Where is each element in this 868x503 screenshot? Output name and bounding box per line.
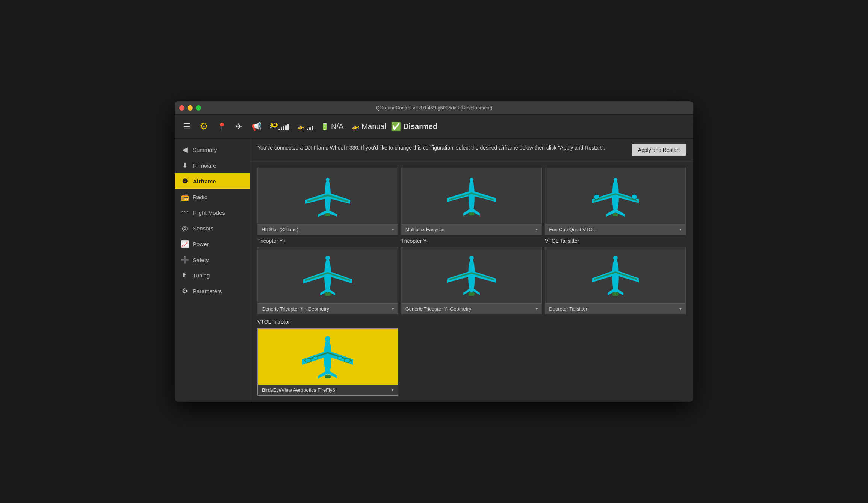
parameters-icon: ⚙ [181,287,189,295]
menu-icon: ☰ [183,122,191,132]
safety-icon: ➕ [181,256,189,264]
messages-icon: 📢 [251,122,262,132]
svg-point-9 [614,178,617,182]
tricopter-yplus-select[interactable]: Generic Tricopter Y+ Geometry [258,303,398,314]
sidebar-item-firmware[interactable]: ⬇ Firmware [175,158,250,173]
main-layout: ◀ Summary ⬇ Firmware ⚙ Airframe 📻 Radio … [175,139,693,402]
category-tricopter-yplus: Tricopter Y+ [256,236,400,245]
firmware-icon: ⬇ [181,161,189,170]
sidebar-label-airframe: Airframe [193,178,216,185]
fly-button[interactable]: ✈ [232,120,246,134]
svg-rect-16 [469,292,475,296]
vbar-2 [309,127,311,130]
window-title: QGroundControl v2.8.0-469-g6006dc3 (Deve… [376,105,493,111]
sidebar-item-safety[interactable]: ➕ Safety [175,252,250,268]
close-button[interactable] [179,105,184,111]
vbar-3 [312,126,313,130]
airframe-image-funcub [545,168,685,224]
svg-rect-26 [325,375,331,378]
settings-button[interactable]: ⚙ [196,118,212,135]
fly-icon: ✈ [236,122,242,132]
sidebar: ◀ Summary ⬇ Firmware ⚙ Airframe 📻 Radio … [175,139,250,402]
airframe-card-firefly6[interactable]: BirdsEyeView Aerobotics FireFly6 [257,328,398,396]
sidebar-item-radio[interactable]: 📻 Radio [175,189,250,205]
titlebar: QGroundControl v2.8.0-469-g6006dc3 (Deve… [175,101,693,115]
apply-restart-button[interactable]: Apply and Restart [632,144,686,156]
bar-2 [281,127,282,130]
header-message: You've connected a DJI Flame Wheel F330.… [257,144,626,152]
vtol-tailsitter-select-wrapper: Duorotor Tailsitter [545,303,685,314]
easystar-select[interactable]: Multiplex Easystar [402,224,542,235]
category-vtol-tailsitter: VTOL Tailsitter [543,236,687,245]
menu-button[interactable]: ☰ [179,120,194,134]
airframe-image-vtol-tailsitter [545,247,685,303]
svg-point-12 [325,256,330,260]
svg-rect-13 [325,292,331,296]
window-controls [179,105,201,111]
sidebar-item-parameters[interactable]: ⚙ Parameters [175,283,250,299]
vbar-1 [307,129,308,130]
sidebar-label-tuning: Tuning [193,272,210,279]
svg-rect-10 [613,213,618,216]
sidebar-item-sensors[interactable]: ◎ Sensors [175,220,250,236]
minimize-button[interactable] [188,105,193,111]
radio-icon: 📻 [181,193,189,201]
airframe-image-firefly6 [258,329,398,385]
sensors-icon: ◎ [181,224,189,232]
content-area: You've connected a DJI Flame Wheel F330.… [250,139,693,402]
flight-modes-icon: 〰 [181,209,189,217]
hilstar-select-wrapper: HILStar (XPlane) [258,224,398,235]
maximize-button[interactable] [196,105,201,111]
airframe-card-easystar[interactable]: Multiplex Easystar [401,168,542,235]
svg-point-18 [613,256,618,260]
firefly6-select-wrapper: BirdsEyeView Aerobotics FireFly6 [258,385,398,395]
tricopter-yminus-select[interactable]: Generic Tricopter Y- Geometry [402,303,542,314]
bar-3 [283,126,284,130]
vehicle-status: 🚁 [293,121,316,132]
power-icon: 📈 [181,240,189,248]
sidebar-item-tuning[interactable]: 🎚 Tuning [175,268,250,283]
svg-point-4 [470,178,473,182]
vtol-tailsitter-select[interactable]: Duorotor Tailsitter [545,303,685,314]
airframe-card-hilstar[interactable]: HILStar (XPlane) [257,168,398,235]
sidebar-label-power: Power [193,241,209,247]
drone-icon: 🚁 [351,123,359,131]
airframe-grid: HILStar (XPlane) [250,162,693,402]
sidebar-item-power[interactable]: 📈 Power [175,236,250,252]
arm-label: Disarmed [403,122,437,131]
vehicle-signal-bars [307,123,313,130]
bar-5 [287,124,289,130]
settings-icon: ⚙ [200,121,208,132]
airframe-card-tricopter-yplus[interactable]: Generic Tricopter Y+ Geometry [257,247,398,314]
firefly6-select[interactable]: BirdsEyeView Aerobotics FireFly6 [258,385,398,395]
tricopter-yplus-select-wrapper: Generic Tricopter Y+ Geometry [258,303,398,314]
airframe-icon: ⚙ [181,177,189,185]
bar-1 [278,129,280,130]
battery-label: N/A [331,122,343,131]
funcub-select[interactable]: Fun Cub Quad VTOL. [545,224,685,235]
easystar-select-wrapper: Multiplex Easystar [402,224,542,235]
airframe-card-tricopter-yminus[interactable]: Generic Tricopter Y- Geometry [401,247,542,314]
sidebar-item-flight-modes[interactable]: 〰 Flight Modes [175,205,250,220]
airframe-image-easystar [402,168,542,224]
svg-point-22 [305,359,311,362]
svg-point-1 [326,178,330,182]
hilstar-select[interactable]: HILStar (XPlane) [258,224,398,235]
airframe-card-funcub[interactable]: Fun Cub Quad VTOL. [545,168,686,235]
vehicle-icon: 🚁 [296,123,305,131]
signal-number: 10 [271,123,278,127]
battery-status: 🔋 N/A [318,121,346,132]
location-icon: 📍 [217,122,227,131]
vehicle-location-button[interactable]: 📍 [213,120,230,133]
sidebar-item-airframe[interactable]: ⚙ Airframe [175,173,250,189]
messages-button[interactable]: 📢 [248,120,265,134]
svg-point-25 [337,356,342,359]
summary-icon: ◀ [181,145,189,154]
sidebar-item-summary[interactable]: ◀ Summary [175,142,250,158]
airframe-card-vtol-tailsitter[interactable]: Duorotor Tailsitter [545,247,686,314]
airframe-image-tricopter-yminus [402,247,542,303]
airframe-image-hilstar [258,168,398,224]
check-icon: ✅ [391,122,401,132]
sidebar-label-firmware: Firmware [193,162,216,169]
sidebar-label-safety: Safety [193,257,209,263]
